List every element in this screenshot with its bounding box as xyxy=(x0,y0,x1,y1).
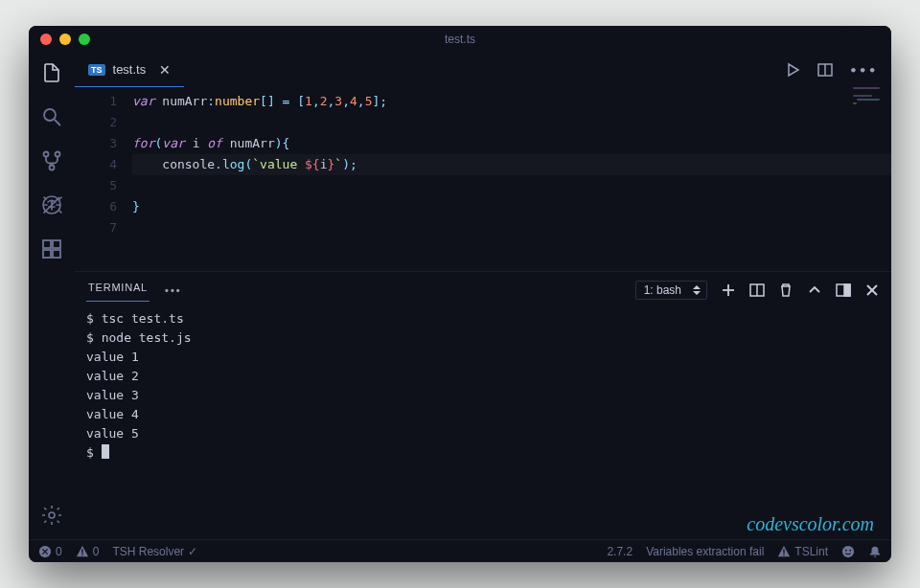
line-number: 4 xyxy=(75,154,117,175)
svg-rect-19 xyxy=(844,284,850,296)
watermark: codevscolor.com xyxy=(747,514,874,533)
titlebar: test.ts xyxy=(29,26,891,53)
status-notifications-icon[interactable] xyxy=(868,545,882,558)
status-warnings[interactable]: 0 xyxy=(76,545,100,558)
terminal-line: $ tsc test.ts xyxy=(86,311,184,326)
kill-terminal-icon[interactable] xyxy=(778,283,794,298)
terminal-output[interactable]: $ tsc test.ts $ node test.js value 1 val… xyxy=(75,302,891,539)
editor-actions: ••• xyxy=(785,53,891,87)
source-control-icon[interactable] xyxy=(39,148,64,173)
status-tslint[interactable]: TSLint xyxy=(777,545,828,558)
line-number: 7 xyxy=(75,217,117,238)
line-number-gutter: 1 2 3 4 5 6 7 xyxy=(75,91,132,260)
minimap[interactable] xyxy=(853,87,891,145)
tab-bar: TS test.ts ✕ ••• xyxy=(75,53,891,87)
panel-more-tabs-icon[interactable]: ••• xyxy=(165,284,182,296)
window-title: test.ts xyxy=(29,33,891,46)
svg-rect-7 xyxy=(43,240,51,248)
svg-rect-23 xyxy=(81,549,82,553)
terminal-selector[interactable]: 1: bash xyxy=(635,281,707,300)
terminal-tab[interactable]: TERMINAL xyxy=(86,278,150,302)
status-bar: 0 0 TSH Resolver ✓ 2.7.2 Variables extra… xyxy=(29,539,891,562)
settings-icon[interactable] xyxy=(39,503,64,528)
status-tsh-resolver[interactable]: TSH Resolver ✓ xyxy=(112,545,197,558)
bottom-panel: TERMINAL ••• 1: bash $ tsc test.ts $ nod… xyxy=(75,271,891,539)
maximize-panel-icon[interactable] xyxy=(807,283,822,298)
status-message[interactable]: Variables extraction fail xyxy=(646,545,764,558)
line-number: 1 xyxy=(75,91,117,112)
svg-line-1 xyxy=(55,120,60,125)
line-number: 6 xyxy=(75,196,117,217)
svg-rect-26 xyxy=(784,554,785,554)
svg-point-2 xyxy=(44,152,49,157)
terminal-line: $ node test.js xyxy=(86,330,192,345)
svg-point-28 xyxy=(845,549,847,551)
terminal-line: value 3 xyxy=(86,388,139,402)
new-terminal-icon[interactable] xyxy=(721,283,736,298)
svg-point-4 xyxy=(50,166,55,170)
split-terminal-icon[interactable] xyxy=(749,283,765,298)
svg-rect-8 xyxy=(43,250,51,258)
run-icon[interactable] xyxy=(785,62,800,78)
main-area: TS test.ts ✕ ••• 1 2 xyxy=(75,53,891,539)
code-editor[interactable]: 1 2 3 4 5 6 7 var numArr:number[] = [1,2… xyxy=(75,87,891,271)
terminal-prompt: $ xyxy=(86,445,102,460)
more-actions-icon[interactable]: ••• xyxy=(850,63,878,78)
line-number: 3 xyxy=(75,133,117,154)
svg-rect-24 xyxy=(81,554,82,554)
activity-bar xyxy=(29,53,75,539)
extensions-icon[interactable] xyxy=(39,237,64,261)
terminal-line: value 4 xyxy=(86,407,139,421)
svg-point-27 xyxy=(842,545,854,556)
window-body: TS test.ts ✕ ••• 1 2 xyxy=(29,53,891,539)
search-icon[interactable] xyxy=(39,104,64,129)
svg-point-29 xyxy=(849,549,851,551)
status-version[interactable]: 2.7.2 xyxy=(607,545,632,558)
svg-rect-25 xyxy=(784,549,785,553)
debug-icon[interactable] xyxy=(39,192,64,217)
explorer-icon[interactable] xyxy=(39,60,64,85)
svg-point-0 xyxy=(44,109,56,121)
terminal-line: value 1 xyxy=(86,350,139,364)
panel-tab-bar: TERMINAL ••• 1: bash xyxy=(75,272,891,302)
terminal-line: value 5 xyxy=(86,426,139,441)
close-panel-icon[interactable] xyxy=(864,283,880,298)
svg-rect-10 xyxy=(53,240,60,248)
svg-point-11 xyxy=(49,512,55,518)
terminal-line: value 2 xyxy=(86,369,139,383)
editor-window: test.ts xyxy=(29,26,891,562)
tab-filename: test.ts xyxy=(113,62,147,77)
typescript-file-icon: TS xyxy=(88,64,105,76)
toggle-panel-icon[interactable] xyxy=(836,283,851,298)
code-content[interactable]: var numArr:number[] = [1,2,3,4,5]; for(v… xyxy=(132,91,891,260)
terminal-cursor xyxy=(102,444,109,459)
split-editor-icon[interactable] xyxy=(817,62,833,78)
svg-rect-9 xyxy=(53,250,60,258)
close-tab-icon[interactable]: ✕ xyxy=(159,62,171,78)
status-feedback-icon[interactable] xyxy=(841,545,855,558)
svg-point-3 xyxy=(56,152,60,157)
line-number: 5 xyxy=(75,175,117,196)
line-number: 2 xyxy=(75,112,117,133)
tab-test-ts[interactable]: TS test.ts ✕ xyxy=(75,53,184,87)
status-errors[interactable]: 0 xyxy=(38,545,62,558)
